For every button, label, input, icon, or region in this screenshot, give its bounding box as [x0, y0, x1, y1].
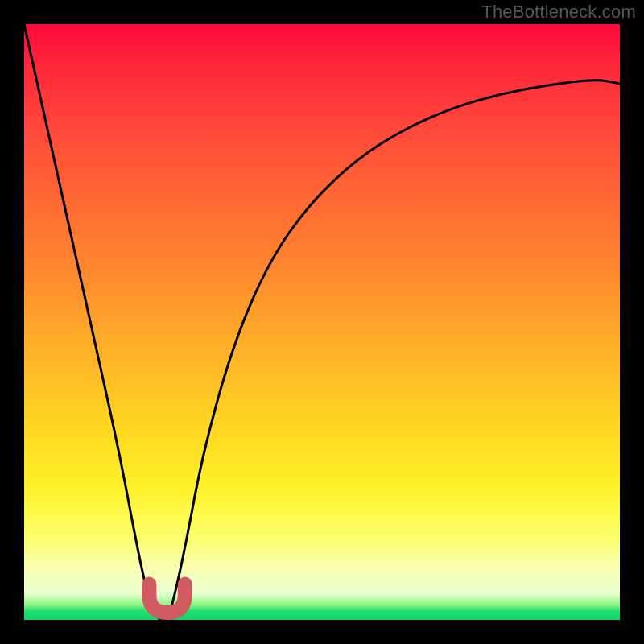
plot-area — [24, 24, 620, 620]
chart-frame: TheBottleneck.com — [0, 0, 644, 644]
chart-svg — [24, 24, 620, 620]
bottleneck-curve — [24, 24, 620, 620]
watermark-label: TheBottleneck.com — [481, 2, 636, 23]
optimal-range-marker — [149, 584, 184, 613]
